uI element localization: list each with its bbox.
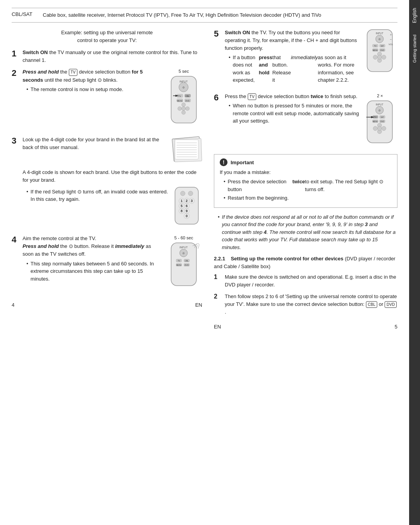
svg-text:DVD: DVD (185, 264, 189, 266)
svg-text:CBL: CBL (186, 95, 189, 97)
svg-text:VOL: VOL (388, 43, 394, 46)
substep-221-1-content: Make sure the device is switched on and … (225, 273, 397, 289)
step-5-number: 5 (214, 29, 225, 39)
svg-text:0: 0 (186, 214, 187, 218)
step-3-booklet-svg (171, 136, 202, 163)
footer-page-num-left: 4 (12, 302, 14, 308)
important-content: If you made a mistake: Press the device … (220, 169, 392, 202)
substep-221-2: 2 Then follow steps 2 to 6 of 'Setting u… (214, 293, 397, 316)
step-6-tv-kbd: TV (248, 93, 257, 100)
cbl-sat-label: CBL/SAT (12, 11, 43, 19)
important-box: ! Important If you made a mistake: Press… (214, 154, 397, 208)
important-bullet-1: Press the device selection button twice … (224, 178, 392, 193)
svg-text:TV: TV (178, 95, 181, 97)
svg-text:1: 1 (180, 199, 182, 203)
step-5: 5 Switch ON the TV. Try out the buttons … (214, 29, 397, 89)
step-3-bullet-1: If the red Setup light ⊙ turns off, an i… (26, 188, 168, 203)
svg-point-92 (373, 126, 378, 130)
step-6-remote-svg: INPUT ⊙ TV SAT MENU (362, 100, 397, 145)
substep-221-2-number: 2 (214, 293, 225, 300)
step-5-remote-svg: INPUT ⊙ TV SAT MENU (362, 29, 397, 74)
step-3: 3 Look up the 4-digit code for your bran… (12, 136, 202, 231)
important-intro: If you made a mistake: (220, 169, 271, 175)
step-4-text: Aim the remote control at the TV. Press … (23, 235, 162, 291)
substep-221-1-text: Make sure the device is switched on and … (225, 274, 396, 288)
step-2-row: Press and hold the TV device selection b… (23, 68, 202, 128)
substep-221-1: 1 Make sure the device is switched on an… (214, 273, 397, 289)
step-2-number: 2 (12, 68, 23, 78)
important-title: Important (231, 160, 254, 165)
svg-text:DVD: DVD (380, 121, 384, 123)
step-6-remote-img: 2 × INPUT ⊙ TV SAT (362, 93, 397, 147)
important-icon: ! (220, 158, 228, 166)
svg-point-76 (378, 55, 382, 59)
step-4-remote-svg: INPUT ⊙ TV CBL MENU (165, 242, 202, 289)
svg-text:TV: TV (177, 260, 180, 262)
step-4-image: 5 - 60 sec INPUT ⊙ TV (165, 235, 202, 291)
section-heading-line1: Example: setting up the universal remote (61, 30, 153, 35)
english-label: English (412, 8, 417, 23)
main-content: CBL/SAT Cable box, satellite receiver, I… (0, 0, 409, 525)
svg-text:−: − (390, 38, 392, 41)
cbl-sat-row: CBL/SAT Cable box, satellite receiver, I… (12, 8, 397, 23)
step-3-number: 3 (12, 136, 23, 146)
step-4-immediately: immediately (115, 243, 144, 249)
footer-en-left: EN (195, 302, 202, 308)
step-4-content: Aim the remote control at the TV. Press … (23, 235, 202, 294)
svg-rect-21 (175, 140, 198, 159)
substep-221-1-number: 1 (214, 273, 225, 281)
page-footer-right: EN 5 (214, 320, 397, 330)
svg-text:INPUT: INPUT (376, 103, 383, 106)
step-6-content: Press the TV device selection button twi… (225, 93, 397, 150)
step-3-content: Look up the 4-digit code for your brand … (23, 136, 202, 231)
step-4-number: 4 (12, 235, 23, 245)
svg-text:⊙: ⊙ (378, 109, 381, 112)
section-heading: Example: setting up the universal remote… (12, 29, 202, 45)
svg-text:6: 6 (186, 204, 187, 208)
step-2-tv-kbd: TV (69, 69, 78, 76)
substep-221-2-dvd-kbd: DVD (385, 301, 397, 308)
step-2-text-until: until the red Setup light ⊙ blinks. (44, 77, 117, 83)
step-1-number: 1 (12, 49, 23, 59)
svg-text:INPUT: INPUT (180, 246, 188, 249)
svg-text:9: 9 (186, 209, 187, 213)
two-column-layout: Example: setting up the universal remote… (12, 29, 397, 514)
svg-text:MENU: MENU (373, 49, 378, 51)
step-6-bullet-1: When no button is pressed for 5 minutes … (229, 102, 359, 125)
step-4-bullets: This step normally takes between 5 and 6… (26, 260, 162, 283)
important-bullets: Press the device selection button twice … (224, 178, 392, 202)
svg-text:⊙: ⊙ (182, 252, 185, 255)
step-5-switch-on: Switch ON (225, 30, 250, 35)
step-4-bullet-1: This step normally takes between 5 and 6… (26, 260, 162, 283)
step-4-text-the-btn: the ⊙ button. Release it (60, 243, 115, 249)
section-heading-line2: control to operate your TV: (77, 37, 136, 43)
step-6-row: Press the TV device selection button twi… (225, 93, 397, 147)
italic-block: If the device does not respond at all or… (214, 213, 397, 251)
svg-text:2: 2 (186, 199, 187, 203)
step-4-row: Aim the remote control at the TV. Press … (23, 235, 202, 291)
step-3-row: Look up the 4-digit code for your brand … (23, 136, 202, 165)
step-2-text-device: device selection button (79, 69, 132, 75)
svg-text:8: 8 (180, 209, 182, 213)
svg-text:⊙: ⊙ (182, 86, 185, 89)
step-5-remote-img: INPUT ⊙ TV SAT MENU (362, 29, 397, 86)
svg-point-12 (178, 107, 182, 111)
step-4-text-aim: Aim the remote control at the TV. (23, 235, 96, 241)
right-column: 5 Switch ON the TV. Try out the buttons … (214, 29, 397, 514)
page-footer-left: 4 EN (12, 298, 202, 308)
step-6-text: Press the TV device selection button twi… (225, 93, 359, 147)
step-2-text: Press and hold the TV device selection b… (23, 68, 162, 128)
step-2: 2 Press and hold the TV device selection… (12, 68, 202, 132)
step-1: 1 Switch ON the TV manually or use the o… (12, 49, 202, 64)
cbl-sat-desc: Cable box, satellite receiver, Internet … (43, 11, 321, 19)
step-6-finish: to finish setup. (325, 93, 357, 99)
step-4-time-badge: 5 - 60 sec (165, 235, 202, 241)
step-6-2x-badge: 2 × (362, 93, 397, 99)
svg-point-13 (186, 107, 189, 111)
svg-point-94 (382, 126, 386, 130)
svg-point-72 (373, 55, 378, 59)
subsection-221-number: 2.2.1 (214, 256, 225, 262)
step-3-text: Look up the 4-digit code for your brand … (23, 136, 168, 165)
footer-en-right: EN (214, 324, 221, 330)
svg-text:MENU: MENU (177, 100, 183, 102)
